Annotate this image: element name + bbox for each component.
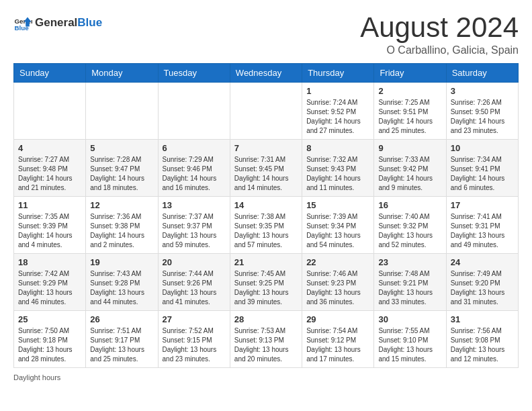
weekday-header-row: SundayMondayTuesdayWednesdayThursdayFrid… (14, 64, 519, 83)
day-info: Sunrise: 7:46 AM Sunset: 9:23 PM Dayligh… (306, 269, 369, 307)
day-number: 14 (234, 200, 298, 210)
day-info: Sunrise: 7:34 AM Sunset: 9:41 PM Dayligh… (451, 155, 514, 193)
day-info: Sunrise: 7:27 AM Sunset: 9:48 PM Dayligh… (18, 155, 81, 193)
day-number: 13 (163, 200, 226, 210)
day-info: Sunrise: 7:56 AM Sunset: 9:08 PM Dayligh… (451, 326, 514, 364)
daylight-label: Daylight hours (13, 373, 60, 381)
day-number: 4 (18, 143, 81, 153)
calendar-day-cell: 2Sunrise: 7:25 AM Sunset: 9:51 PM Daylig… (374, 83, 446, 140)
logo-general: General (35, 16, 77, 30)
day-number: 9 (378, 143, 441, 153)
calendar-day-cell: 23Sunrise: 7:48 AM Sunset: 9:21 PM Dayli… (374, 254, 446, 311)
calendar-day-cell: 14Sunrise: 7:38 AM Sunset: 9:35 PM Dayli… (230, 197, 302, 254)
footer-note: Daylight hours (13, 373, 519, 381)
calendar-day-cell: 3Sunrise: 7:26 AM Sunset: 9:50 PM Daylig… (446, 83, 518, 140)
day-info: Sunrise: 7:40 AM Sunset: 9:32 PM Dayligh… (378, 212, 441, 250)
calendar-day-cell: 17Sunrise: 7:41 AM Sunset: 9:31 PM Dayli… (446, 197, 518, 254)
calendar-day-cell: 10Sunrise: 7:34 AM Sunset: 9:41 PM Dayli… (446, 140, 518, 197)
day-number: 17 (451, 200, 514, 210)
day-number: 10 (451, 143, 514, 153)
day-number: 20 (163, 257, 226, 267)
logo-icon: General Blue (13, 13, 32, 32)
day-number: 6 (163, 143, 226, 153)
day-info: Sunrise: 7:39 AM Sunset: 9:34 PM Dayligh… (306, 212, 369, 250)
day-number: 3 (451, 86, 514, 96)
day-info: Sunrise: 7:36 AM Sunset: 9:38 PM Dayligh… (90, 212, 153, 250)
logo-blue: Blue (77, 16, 102, 30)
calendar-day-cell: 12Sunrise: 7:36 AM Sunset: 9:38 PM Dayli… (86, 197, 158, 254)
calendar-day-cell: 30Sunrise: 7:55 AM Sunset: 9:10 PM Dayli… (374, 311, 446, 368)
day-info: Sunrise: 7:55 AM Sunset: 9:10 PM Dayligh… (378, 326, 441, 364)
calendar-day-cell: 4Sunrise: 7:27 AM Sunset: 9:48 PM Daylig… (14, 140, 86, 197)
calendar-day-cell: 19Sunrise: 7:43 AM Sunset: 9:28 PM Dayli… (86, 254, 158, 311)
day-info: Sunrise: 7:38 AM Sunset: 9:35 PM Dayligh… (234, 212, 298, 250)
day-number: 31 (451, 314, 514, 324)
calendar-day-cell: 26Sunrise: 7:51 AM Sunset: 9:17 PM Dayli… (86, 311, 158, 368)
day-number: 27 (163, 314, 226, 324)
weekday-header-cell: Tuesday (158, 64, 230, 83)
day-info: Sunrise: 7:41 AM Sunset: 9:31 PM Dayligh… (451, 212, 514, 250)
month-year-title: August 2024 (360, 13, 519, 42)
day-number: 5 (90, 143, 153, 153)
calendar-day-cell: 24Sunrise: 7:49 AM Sunset: 9:20 PM Dayli… (446, 254, 518, 311)
day-info: Sunrise: 7:54 AM Sunset: 9:12 PM Dayligh… (306, 326, 369, 364)
day-info: Sunrise: 7:52 AM Sunset: 9:15 PM Dayligh… (163, 326, 226, 364)
calendar-day-cell: 8Sunrise: 7:32 AM Sunset: 9:43 PM Daylig… (302, 140, 374, 197)
day-number: 25 (18, 314, 81, 324)
weekday-header-cell: Thursday (302, 64, 374, 83)
day-number: 12 (90, 200, 153, 210)
day-info: Sunrise: 7:32 AM Sunset: 9:43 PM Dayligh… (306, 155, 369, 193)
day-info: Sunrise: 7:26 AM Sunset: 9:50 PM Dayligh… (451, 98, 514, 136)
day-info: Sunrise: 7:31 AM Sunset: 9:45 PM Dayligh… (234, 155, 298, 193)
day-info: Sunrise: 7:45 AM Sunset: 9:25 PM Dayligh… (234, 269, 298, 307)
calendar-day-cell: 28Sunrise: 7:53 AM Sunset: 9:13 PM Dayli… (230, 311, 302, 368)
calendar-day-cell: 11Sunrise: 7:35 AM Sunset: 9:39 PM Dayli… (14, 197, 86, 254)
calendar-day-cell: 22Sunrise: 7:46 AM Sunset: 9:23 PM Dayli… (302, 254, 374, 311)
calendar-week-row: 25Sunrise: 7:50 AM Sunset: 9:18 PM Dayli… (14, 311, 519, 368)
day-number: 28 (234, 314, 298, 324)
day-number: 15 (306, 200, 369, 210)
day-number: 21 (234, 257, 298, 267)
title-section: August 2024 O Carballino, Galicia, Spain (360, 13, 519, 56)
calendar-day-cell: 31Sunrise: 7:56 AM Sunset: 9:08 PM Dayli… (446, 311, 518, 368)
calendar-day-cell: 21Sunrise: 7:45 AM Sunset: 9:25 PM Dayli… (230, 254, 302, 311)
day-info: Sunrise: 7:28 AM Sunset: 9:47 PM Dayligh… (90, 155, 153, 193)
day-number: 1 (306, 86, 369, 96)
weekday-header-cell: Sunday (14, 64, 86, 83)
day-number: 24 (451, 257, 514, 267)
weekday-header-cell: Friday (374, 64, 446, 83)
day-number: 19 (90, 257, 153, 267)
day-info: Sunrise: 7:48 AM Sunset: 9:21 PM Dayligh… (378, 269, 441, 307)
calendar-day-cell: 15Sunrise: 7:39 AM Sunset: 9:34 PM Dayli… (302, 197, 374, 254)
weekday-header-cell: Saturday (446, 64, 518, 83)
day-number: 26 (90, 314, 153, 324)
day-info: Sunrise: 7:53 AM Sunset: 9:13 PM Dayligh… (234, 326, 298, 364)
day-number: 30 (378, 314, 441, 324)
day-info: Sunrise: 7:51 AM Sunset: 9:17 PM Dayligh… (90, 326, 153, 364)
day-info: Sunrise: 7:49 AM Sunset: 9:20 PM Dayligh… (451, 269, 514, 307)
calendar-day-cell (158, 83, 230, 140)
day-info: Sunrise: 7:42 AM Sunset: 9:29 PM Dayligh… (18, 269, 81, 307)
day-number: 18 (18, 257, 81, 267)
day-number: 8 (306, 143, 369, 153)
calendar-day-cell (14, 83, 86, 140)
day-info: Sunrise: 7:29 AM Sunset: 9:46 PM Dayligh… (163, 155, 226, 193)
weekday-header-cell: Monday (86, 64, 158, 83)
day-number: 16 (378, 200, 441, 210)
calendar-week-row: 18Sunrise: 7:42 AM Sunset: 9:29 PM Dayli… (14, 254, 519, 311)
calendar-week-row: 1Sunrise: 7:24 AM Sunset: 9:52 PM Daylig… (14, 83, 519, 140)
calendar-day-cell: 1Sunrise: 7:24 AM Sunset: 9:52 PM Daylig… (302, 83, 374, 140)
page-header: General Blue General Blue August 2024 O … (13, 13, 519, 56)
logo: General Blue General Blue (13, 13, 102, 32)
day-number: 29 (306, 314, 369, 324)
day-info: Sunrise: 7:44 AM Sunset: 9:26 PM Dayligh… (163, 269, 226, 307)
day-info: Sunrise: 7:37 AM Sunset: 9:37 PM Dayligh… (163, 212, 226, 250)
calendar-body: 1Sunrise: 7:24 AM Sunset: 9:52 PM Daylig… (14, 83, 519, 368)
day-info: Sunrise: 7:25 AM Sunset: 9:51 PM Dayligh… (378, 98, 441, 136)
day-number: 11 (18, 200, 81, 210)
calendar-day-cell: 25Sunrise: 7:50 AM Sunset: 9:18 PM Dayli… (14, 311, 86, 368)
calendar-day-cell (230, 83, 302, 140)
calendar-week-row: 4Sunrise: 7:27 AM Sunset: 9:48 PM Daylig… (14, 140, 519, 197)
calendar-day-cell (86, 83, 158, 140)
calendar-week-row: 11Sunrise: 7:35 AM Sunset: 9:39 PM Dayli… (14, 197, 519, 254)
